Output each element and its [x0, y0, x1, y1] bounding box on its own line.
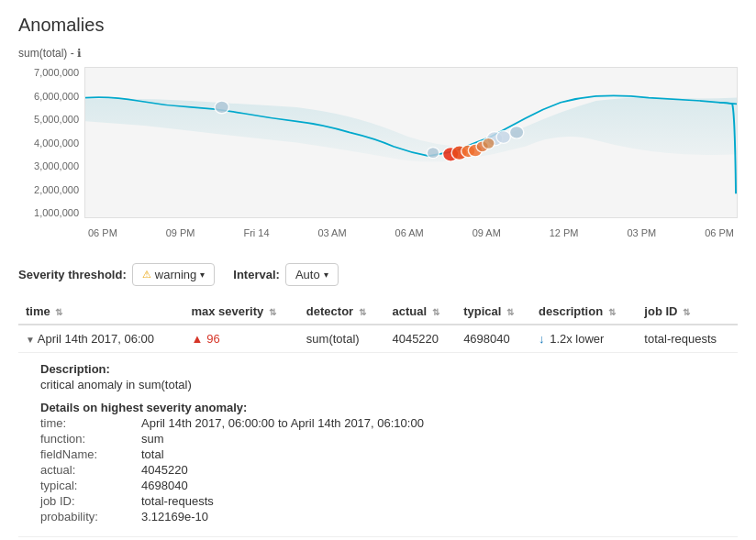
label-probability: probability:: [40, 510, 141, 523]
warning-icon: ⚠: [142, 269, 151, 281]
controls-row: Severity threshold: ⚠ warning ▾ Interval…: [18, 263, 738, 286]
anomaly-table: time ⇅ max severity ⇅ detector ⇅ actual …: [18, 299, 738, 537]
severity-label: Severity threshold:: [18, 268, 127, 281]
anomaly-chart: sum(total) - ℹ 7,000,000 6,000,000 5,000…: [18, 47, 738, 248]
expand-arrow[interactable]: ▼: [26, 335, 35, 345]
svg-point-3: [496, 131, 510, 144]
severity-badge: ▲ 96: [191, 332, 219, 346]
severity-value: warning: [155, 268, 197, 281]
interval-label: Interval:: [233, 268, 280, 281]
critical-icon: ▲: [191, 332, 203, 346]
cell-time: ▼ April 14th 2017, 06:00: [18, 325, 183, 353]
detail-cell: Description: critical anomaly in sum(tot…: [18, 353, 738, 537]
label-time: time:: [40, 416, 141, 430]
col-description[interactable]: description ⇅: [531, 299, 637, 325]
highest-severity-title: Details on highest severity anomaly:: [40, 401, 730, 414]
chart-y-axis: 7,000,000 6,000,000 5,000,000 4,000,000 …: [18, 67, 84, 218]
col-job-id[interactable]: job ID ⇅: [637, 299, 738, 325]
row-time-value: April 14th 2017, 06:00: [38, 332, 154, 346]
cell-max-severity: ▲ 96: [183, 325, 298, 353]
label-actual: actual:: [40, 463, 141, 477]
value-probability: 3.12169e-10: [141, 510, 730, 523]
chart-y-label: sum(total) - ℹ: [18, 47, 738, 60]
severity-dropdown[interactable]: ⚠ warning ▾: [132, 263, 216, 286]
col-time[interactable]: time ⇅: [18, 299, 183, 325]
detail-panel: Description: critical anomaly in sum(tot…: [18, 353, 738, 536]
sort-icon-actual: ⇅: [432, 307, 439, 317]
page-title: Anomalies: [18, 15, 738, 36]
description-title: Description:: [40, 362, 730, 376]
description-value: critical anomaly in sum(total): [40, 378, 730, 391]
value-typical: 4698040: [141, 479, 730, 492]
label-job-id: job ID:: [40, 494, 141, 508]
interval-value: Auto: [295, 268, 320, 281]
sort-icon-description: ⇅: [608, 307, 616, 317]
sort-icon-time: ⇅: [55, 307, 62, 317]
table-header-row: time ⇅ max severity ⇅ detector ⇅ actual …: [18, 299, 738, 325]
chevron-down-icon: ▾: [200, 270, 205, 280]
severity-score: 96: [206, 332, 219, 346]
interval-control: Interval: Auto ▾: [233, 263, 338, 286]
col-max-severity[interactable]: max severity ⇅: [183, 299, 298, 325]
col-actual[interactable]: actual ⇅: [384, 299, 456, 325]
chart-svg-area: [84, 67, 738, 218]
svg-point-10: [483, 138, 495, 149]
value-function: sum: [141, 432, 730, 446]
sort-icon-detector: ⇅: [359, 307, 366, 317]
col-detector[interactable]: detector ⇅: [299, 299, 385, 325]
cell-detector: sum(total): [299, 325, 385, 353]
value-actual: 4045220: [141, 463, 730, 477]
value-job-id: total-requests: [141, 494, 730, 508]
detail-row: Description: critical anomaly in sum(tot…: [18, 353, 738, 537]
label-function: function:: [40, 432, 141, 446]
chevron-down-icon-2: ▾: [324, 270, 328, 280]
value-fieldname: total: [141, 447, 730, 461]
description-text: 1.2x lower: [550, 332, 604, 346]
severity-control: Severity threshold: ⚠ warning ▾: [18, 263, 215, 286]
svg-point-0: [215, 101, 228, 114]
sort-icon-typical: ⇅: [506, 307, 514, 317]
value-time: April 14th 2017, 06:00:00 to April 14th …: [141, 416, 730, 430]
chart-x-axis: 06 PM 09 PM Fri 14 03 AM 06 AM 09 AM 12 …: [84, 220, 738, 246]
col-typical[interactable]: typical ⇅: [456, 299, 531, 325]
cell-description: ↓ 1.2x lower: [531, 325, 637, 353]
table-row[interactable]: ▼ April 14th 2017, 06:00 ▲ 96 sum(total)…: [18, 325, 738, 353]
svg-point-1: [427, 148, 439, 159]
sort-icon-job-id: ⇅: [683, 307, 690, 317]
down-arrow-icon: ↓: [539, 332, 545, 346]
cell-actual: 4045220: [384, 325, 456, 353]
detail-grid: time: April 14th 2017, 06:00:00 to April…: [40, 416, 730, 523]
cell-typical: 4698040: [456, 325, 531, 353]
sort-icon-severity: ⇅: [269, 307, 276, 317]
chart-line-svg: [85, 68, 737, 217]
label-typical: typical:: [40, 479, 141, 492]
label-fieldname: fieldName:: [40, 447, 141, 461]
interval-dropdown[interactable]: Auto ▾: [285, 263, 339, 286]
cell-job-id: total-requests: [637, 325, 738, 353]
svg-point-4: [509, 126, 523, 138]
